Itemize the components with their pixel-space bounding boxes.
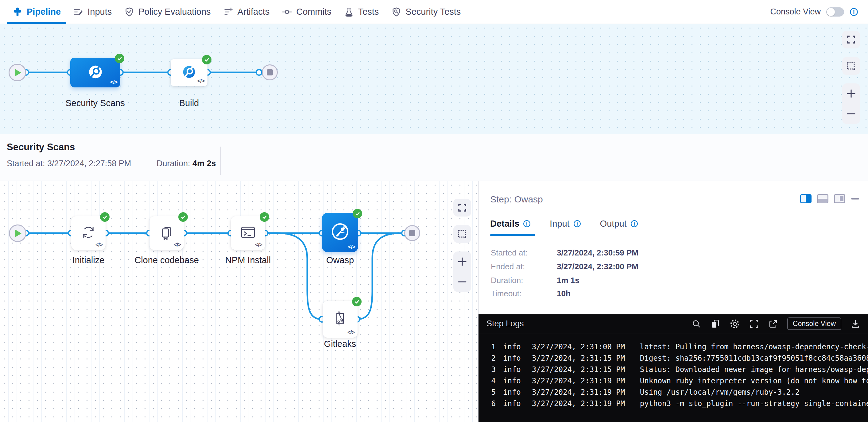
console-view-button[interactable]: Console View <box>787 317 841 330</box>
selection-button[interactable] <box>453 225 471 243</box>
copy-icon <box>711 319 720 329</box>
detail-label: Ended at: <box>491 262 557 271</box>
info-icon <box>630 220 638 228</box>
zoom-in-button[interactable] <box>453 253 471 270</box>
step-logs-title: Step Logs <box>487 319 524 328</box>
tab-inputs[interactable]: Inputs <box>67 0 118 24</box>
zoom-controls <box>842 84 860 124</box>
tab-label: Input <box>550 219 570 229</box>
detail-row-timeout: Timeout: 10h <box>491 289 570 298</box>
step-panel-tabs: Details Input Output <box>490 219 638 229</box>
code-icon: </> <box>174 242 181 248</box>
code-icon: </> <box>348 244 355 250</box>
log-line-message: latest: Pulling from harness/owasp-depen… <box>640 342 868 353</box>
top-nav: Pipeline Inputs Policy Evaluations Artif… <box>0 0 868 24</box>
artifacts-icon <box>223 7 234 17</box>
download-logs-button[interactable] <box>850 319 860 329</box>
log-line-number: 4 <box>478 376 496 387</box>
npm-install-icon <box>239 224 257 241</box>
code-icon: </> <box>255 242 262 248</box>
log-line: 5info3/27/2024, 2:31:19 PMUsing /usr/loc… <box>478 387 868 398</box>
fullscreen-button[interactable] <box>842 31 860 48</box>
log-line-time: 3/27/2024, 2:31:15 PM <box>532 364 625 376</box>
step-logs-console: Step Logs <box>478 314 868 422</box>
fullscreen-button[interactable] <box>453 199 471 217</box>
zoom-in-button[interactable] <box>842 85 860 102</box>
stage-card-security-scans[interactable]: </> <box>70 58 120 88</box>
expand-logs-button[interactable] <box>749 319 759 329</box>
log-line-level: info <box>503 398 521 410</box>
divider <box>220 147 221 175</box>
step-label: Clone codebase <box>127 255 207 265</box>
tab-tests[interactable]: Tests <box>338 0 385 24</box>
stage-label: Build <box>158 98 220 108</box>
layout-split-view-icon[interactable] <box>800 194 811 203</box>
stage-graph-canvas[interactable]: </> Security Scans </> Build <box>0 24 868 134</box>
tab-details[interactable]: Details <box>490 219 531 229</box>
step-label: Owasp <box>300 255 380 265</box>
success-check-icon <box>260 212 269 222</box>
plus-icon <box>458 257 467 266</box>
stage-label: Security Scans <box>55 98 135 108</box>
code-icon: </> <box>95 242 102 248</box>
divider <box>478 237 868 237</box>
success-check-icon <box>178 212 188 222</box>
zoom-out-button[interactable] <box>453 273 471 291</box>
open-in-new-button[interactable] <box>768 319 778 329</box>
step-graph-canvas[interactable]: </> Initialize </> Clone codebase <box>0 181 478 422</box>
step-card-clone-codebase[interactable]: </> <box>150 216 184 250</box>
plus-icon <box>846 89 856 98</box>
console-view-toggle[interactable] <box>826 7 844 17</box>
step-card-npm-install[interactable]: </> <box>231 216 265 250</box>
fullscreen-icon <box>846 35 856 44</box>
tab-policy-evaluations[interactable]: Policy Evaluations <box>118 0 217 24</box>
log-line-message: Unknown ruby interpreter version (do not… <box>640 376 868 387</box>
play-icon <box>16 230 22 237</box>
stage-card-build[interactable]: </> <box>170 59 208 86</box>
console-view-label: Console View <box>770 7 821 17</box>
tab-input[interactable]: Input <box>550 219 581 229</box>
tab-label: Commits <box>296 7 331 17</box>
marquee-select-icon <box>458 229 467 238</box>
initialize-icon <box>80 224 97 241</box>
stage-info-title: Security Scans <box>7 142 75 153</box>
stage-duration: Duration: 4m 2s <box>157 159 216 168</box>
copy-logs-button[interactable] <box>711 319 720 329</box>
selection-button[interactable] <box>842 57 860 75</box>
layout-bottom-view-icon[interactable] <box>817 194 828 203</box>
layout-floating-view-icon[interactable] <box>834 194 845 203</box>
minus-icon <box>458 277 467 287</box>
panel-layout-controls <box>800 194 859 203</box>
stage-connectors <box>0 24 868 134</box>
code-icon: </> <box>110 79 117 86</box>
log-lines[interactable]: 1info3/27/2024, 2:31:00 PMlatest: Pullin… <box>478 333 868 422</box>
log-settings-button[interactable] <box>730 319 740 329</box>
tab-security-tests[interactable]: Security Tests <box>385 0 467 24</box>
log-line-time: 3/27/2024, 2:31:19 PM <box>532 387 625 398</box>
step-card-initialize[interactable]: </> <box>71 216 105 250</box>
log-line-message: Digest: sha256:7755011cdb13caf9f95051f8c… <box>640 353 868 364</box>
ci-stage-icon <box>86 62 105 81</box>
tab-artifacts[interactable]: Artifacts <box>217 0 276 24</box>
search-logs-button[interactable] <box>691 319 701 329</box>
step-card-gitleaks[interactable]: </> <box>322 301 358 338</box>
zoom-out-button[interactable] <box>842 105 860 123</box>
success-check-icon <box>100 212 110 222</box>
lower-split: </> Initialize </> Clone codebase <box>0 181 868 422</box>
tab-commits[interactable]: Commits <box>276 0 337 24</box>
stage-canvas-controls <box>842 31 860 124</box>
tab-pipeline[interactable]: Pipeline <box>6 0 67 24</box>
step-card-owasp[interactable]: </> <box>322 213 358 252</box>
log-line: 2info3/27/2024, 2:31:15 PMDigest: sha256… <box>478 353 868 364</box>
log-line: 3info3/27/2024, 2:31:15 PMStatus: Downlo… <box>478 364 868 376</box>
info-icon[interactable] <box>849 8 858 16</box>
minimize-panel-icon[interactable] <box>851 194 859 203</box>
inputs-icon <box>73 7 84 17</box>
gitleaks-icon <box>331 310 349 328</box>
log-line-time: 3/27/2024, 2:31:19 PM <box>532 376 625 387</box>
stage-started-at: Started at: 3/27/2024, 2:27:58 PM <box>7 159 131 168</box>
tab-label: Inputs <box>88 7 112 17</box>
log-line-level: info <box>503 376 521 387</box>
tab-output[interactable]: Output <box>600 219 638 229</box>
detail-value: 3/27/2024, 2:30:59 PM <box>557 248 639 258</box>
